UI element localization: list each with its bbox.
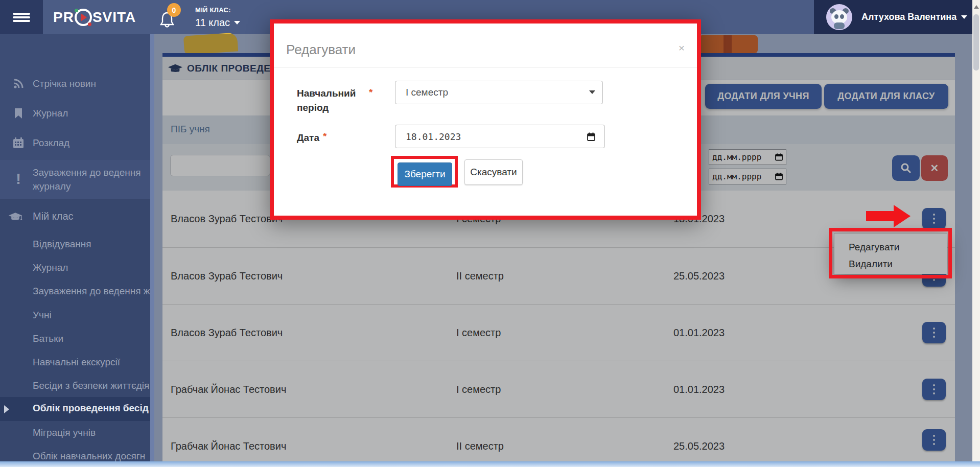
rss-icon	[11, 78, 26, 90]
sidebar-item-journal[interactable]: Журнал	[0, 106, 150, 121]
scroll-up-arrow-icon[interactable]	[974, 5, 979, 9]
cancel-button[interactable]: Скасувати	[464, 159, 523, 185]
bookmark-icon	[11, 107, 26, 120]
sidebar: Стрічка новин Журнал Розклад ! Зауваженн…	[0, 34, 150, 461]
sidebar-item-parents[interactable]: Батьки	[0, 331, 150, 346]
hamburger-menu-button[interactable]	[0, 0, 43, 34]
sidebar-item-students[interactable]: Учні	[0, 308, 150, 323]
brand-text-right: SVITA	[92, 9, 136, 26]
my-class-dropdown[interactable]: 11 клас	[195, 17, 240, 29]
period-field-label: Навчальний період	[297, 86, 378, 115]
save-button[interactable]: Зберегти	[398, 162, 452, 186]
save-button-highlight: Зберегти	[391, 156, 458, 188]
brand-text-left: PR	[53, 9, 74, 26]
calendar-input-icon	[587, 132, 595, 141]
sidebar-item-attendance[interactable]: Відвідування	[0, 237, 150, 252]
annotation-arrow	[866, 211, 895, 221]
hamburger-icon	[13, 11, 30, 24]
sidebar-item-journal-remarks[interactable]: ! Зауваження до ведення журналу	[0, 162, 150, 197]
sidebar-item-class-journal[interactable]: Журнал	[0, 260, 150, 275]
brand-play-icon	[75, 9, 92, 26]
scrollbar-thumb[interactable]	[973, 14, 979, 71]
annotation-arrow-head	[894, 205, 911, 227]
my-class-label: МІЙ КЛАС:	[195, 6, 231, 14]
brand-logo[interactable]: PR SVITA	[53, 0, 136, 34]
user-name[interactable]: Алтухова Валентина	[861, 0, 967, 34]
date-input[interactable]: 18.01.2023	[395, 125, 605, 148]
sidebar-item-talks-accounting-active[interactable]: Облік проведення бесід	[0, 397, 150, 421]
sidebar-item-achievements[interactable]: Облік навчальних досягн	[0, 449, 150, 461]
app-root: PR SVITA 0 МІЙ КЛАС: 11 клас Алтухова Ва…	[0, 0, 980, 467]
required-mark: *	[369, 87, 372, 98]
sidebar-item-class-remarks[interactable]: Зауваження до ведення ж	[0, 284, 150, 299]
required-mark: *	[323, 131, 326, 142]
chevron-down-icon	[961, 15, 967, 19]
sidebar-item-my-class[interactable]: Мій клас	[0, 208, 150, 224]
exclamation-icon: !	[11, 170, 26, 188]
sidebar-item-migration[interactable]: Міграція учнів	[0, 425, 150, 440]
select-chevron-icon	[589, 90, 595, 94]
chevron-down-icon	[234, 21, 240, 25]
close-icon[interactable]: ×	[679, 42, 685, 54]
graduation-cap-icon	[8, 211, 22, 223]
calendar-icon	[11, 137, 26, 149]
horizontal-scrollbar[interactable]	[0, 461, 980, 467]
edit-modal: Редагувати × Навчальний період * І семес…	[270, 19, 701, 220]
sidebar-item-excursions[interactable]: Навчальні екскурсії	[0, 355, 150, 370]
vertical-scrollbar[interactable]	[972, 0, 980, 461]
caret-right-icon	[4, 405, 9, 413]
sidebar-item-safety-talks[interactable]: Бесіди з безпеки життєдія	[0, 378, 150, 393]
sidebar-item-schedule[interactable]: Розклад	[0, 135, 150, 151]
notification-badge[interactable]: 0	[167, 3, 181, 17]
modal-header-divider	[274, 67, 697, 67]
annotation-menu-highlight	[829, 228, 952, 278]
sidebar-edge	[150, 34, 154, 461]
modal-title: Редагувати	[286, 42, 356, 58]
sidebar-item-news-feed[interactable]: Стрічка новин	[0, 76, 150, 91]
period-select[interactable]: І семестр	[395, 81, 603, 104]
avatar[interactable]	[826, 4, 852, 30]
